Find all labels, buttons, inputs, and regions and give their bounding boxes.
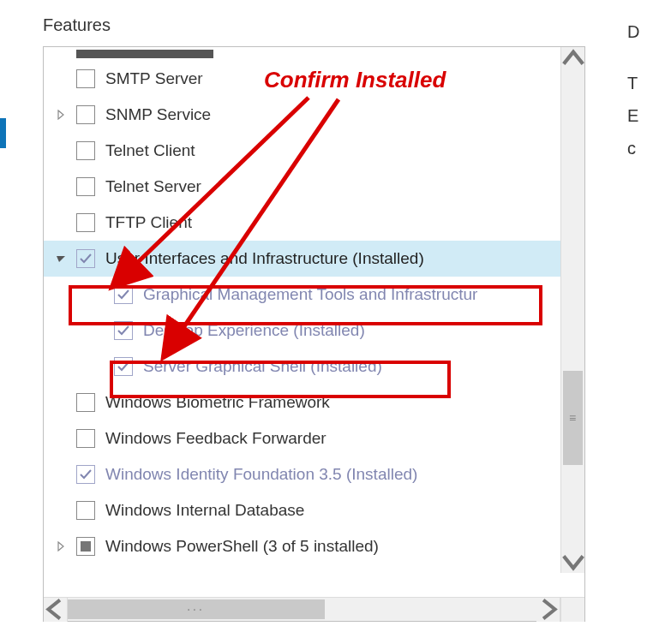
tree-item-label: TFTP Client: [105, 213, 192, 232]
tree-item-label: Windows Internal Database: [105, 501, 304, 520]
checkbox[interactable]: [76, 537, 95, 556]
hscroll-track[interactable]: ···: [68, 598, 536, 621]
checkbox[interactable]: [76, 465, 95, 484]
expander-icon[interactable]: [52, 110, 69, 120]
side-t: T: [627, 67, 639, 99]
tree-item-desk[interactable]: Desktop Experience (Installed): [44, 313, 561, 349]
tree-item-wif[interactable]: Windows Identity Foundation 3.5 (Install…: [44, 456, 561, 492]
accent-bar: [0, 118, 6, 148]
hscroll-thumb[interactable]: ···: [68, 599, 325, 619]
tree-item-label: Telnet Server: [105, 177, 201, 196]
section-title: Features: [43, 15, 111, 35]
tree-item-label: Windows PowerShell (3 of 5 installed): [105, 537, 379, 556]
scroll-down-icon[interactable]: [561, 549, 585, 573]
tree-item-bio[interactable]: Windows Biometric Framework: [44, 385, 561, 420]
scroll-up-icon[interactable]: [561, 47, 585, 71]
tree-item-cutoff: [44, 47, 561, 61]
scroll-left-icon[interactable]: [44, 598, 68, 622]
checkbox[interactable]: [76, 249, 95, 268]
checkbox[interactable]: [76, 177, 95, 196]
tree-item-feed[interactable]: Windows Feedback Forwarder: [44, 420, 561, 456]
side-column-text: D T E c: [627, 15, 639, 164]
tree-item-widb[interactable]: Windows Internal Database: [44, 492, 561, 528]
checkbox[interactable]: [114, 321, 133, 340]
annotation-label: Confirm Installed: [264, 67, 446, 93]
features-list: SMTP ServerSNMP ServiceTelnet ClientTeln…: [44, 47, 584, 597]
vscroll-thumb[interactable]: ≡: [563, 371, 583, 465]
checkbox[interactable]: [76, 141, 95, 160]
tree-item-label: User Interfaces and Infrastructure (Inst…: [105, 249, 424, 268]
tree-item-label: Desktop Experience (Installed): [143, 321, 365, 340]
checkbox[interactable]: [76, 393, 95, 412]
tree-item-label: Windows Biometric Framework: [105, 393, 330, 412]
side-e: E: [627, 99, 639, 132]
tree-item-label: Windows Identity Foundation 3.5 (Install…: [105, 465, 417, 484]
tree-item-tftp[interactable]: TFTP Client: [44, 205, 561, 241]
vscroll-track[interactable]: ≡: [561, 71, 584, 549]
checkbox[interactable]: [114, 357, 133, 376]
tree-item-label: SNMP Service: [105, 105, 211, 124]
tree-item-telnets[interactable]: Telnet Server: [44, 169, 561, 205]
tree-item-label: Telnet Client: [105, 141, 195, 160]
scroll-right-icon[interactable]: [536, 598, 560, 622]
checkbox[interactable]: [76, 429, 95, 448]
tree-item-telnetc[interactable]: Telnet Client: [44, 133, 561, 169]
checkbox[interactable]: [76, 213, 95, 232]
tree-item-label: Graphical Management Tools and Infrastru…: [143, 285, 477, 304]
tree-item-label: SMTP Server: [105, 69, 203, 88]
tree-item-ui[interactable]: User Interfaces and Infrastructure (Inst…: [44, 241, 561, 277]
horizontal-scrollbar[interactable]: ···: [44, 597, 584, 621]
checkbox[interactable]: [76, 501, 95, 520]
tree-item-label: Server Graphical Shell (Installed): [143, 357, 382, 376]
checkbox[interactable]: [76, 105, 95, 124]
tree-item-label: Windows Feedback Forwarder: [105, 429, 326, 448]
checkbox[interactable]: [76, 69, 95, 88]
tree-item-snmp[interactable]: SNMP Service: [44, 97, 561, 133]
checkbox[interactable]: [114, 285, 133, 304]
tree-item-shell[interactable]: Server Graphical Shell (Installed): [44, 349, 561, 385]
side-c: c: [627, 132, 639, 164]
side-d: D: [627, 15, 639, 48]
expander-icon[interactable]: [52, 254, 69, 263]
expander-icon[interactable]: [52, 541, 69, 552]
tree-item-gmt[interactable]: Graphical Management Tools and Infrastru…: [44, 277, 561, 313]
scroll-corner: [560, 598, 584, 622]
tree-item-wps[interactable]: Windows PowerShell (3 of 5 installed): [44, 528, 561, 564]
features-panel: SMTP ServerSNMP ServiceTelnet ClientTeln…: [43, 46, 585, 622]
vertical-scrollbar[interactable]: ≡: [560, 47, 584, 573]
